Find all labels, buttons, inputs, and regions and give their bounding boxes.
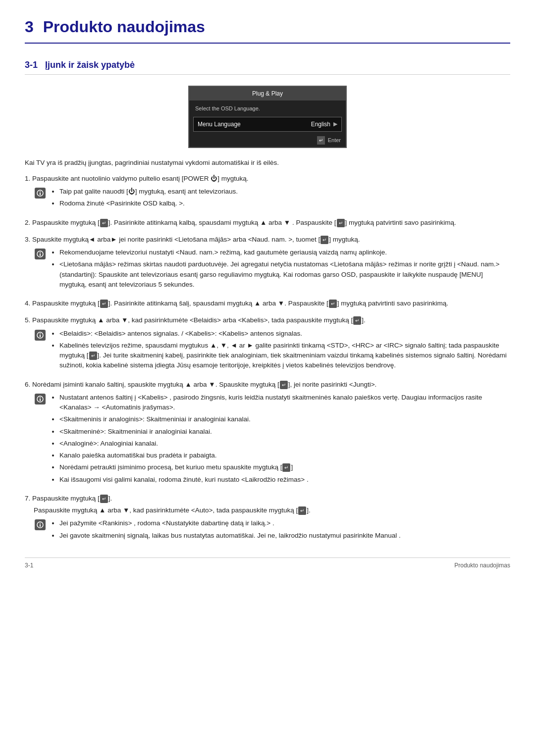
- step-3: 3. Spauskite mygtuką◄ arba► jei norite p…: [25, 235, 510, 292]
- osd-menu-value: English: [311, 120, 330, 129]
- intro-text: Kai TV yra iš pradžių įjungtas, pagrindi…: [25, 158, 510, 168]
- svg-point-10: [40, 397, 41, 398]
- note-icon-3: [35, 249, 46, 259]
- svg-rect-8: [40, 335, 41, 337]
- page-footer: 3-1 Produkto naudojimas: [25, 557, 510, 570]
- step-4: 4. Paspauskite mygtuką [↵]. Pasirinkite …: [25, 299, 510, 308]
- note-block-6: Nustatant antenos šaltinį į <Kabelis> , …: [35, 393, 510, 487]
- page-number: 3-1: [25, 561, 33, 570]
- note-block-3: Rekomenduojame televizoriui nustatyti <N…: [35, 248, 510, 292]
- section-title: 3-1 Įjunk ir žaisk ypatybė: [25, 58, 510, 75]
- note-icon-5: [35, 330, 46, 341]
- enter-icon-5: ↵: [329, 300, 337, 308]
- svg-point-7: [40, 333, 41, 334]
- osd-subtitle: Select the OSD Language.: [189, 101, 346, 115]
- step-6: 6. Norėdami įsiminti kanalo šaltinį, spa…: [25, 380, 510, 487]
- osd-menu-row: Menu Language English ▶: [193, 117, 342, 132]
- osd-footer: ↵ Enter: [189, 134, 346, 147]
- svg-rect-2: [40, 193, 41, 195]
- step-2: 2. Paspauskite mygtuką [↵]. Pasirinkite …: [25, 218, 510, 228]
- note-icon-6: [35, 394, 46, 404]
- enter-icon-11: ↵: [298, 506, 306, 515]
- enter-icon-8: ↵: [280, 381, 288, 389]
- osd-enter-icon: ↵: [317, 136, 325, 145]
- osd-dialog: Plug & Play Select the OSD Language. Men…: [188, 86, 347, 148]
- svg-point-4: [40, 252, 41, 253]
- enter-icon-4: ↵: [100, 300, 108, 308]
- note-block-1: Taip pat galite nauodti [⏻] mygtuką, esa…: [35, 187, 510, 211]
- osd-arrow-icon: ▶: [333, 120, 337, 128]
- enter-icon: ↵: [100, 219, 108, 227]
- step-1: 1. Paspauskite ant nuotolinio valdymo pu…: [25, 174, 510, 211]
- osd-title: Plug & Play: [189, 87, 346, 101]
- enter-icon-2: ↵: [337, 219, 345, 227]
- svg-rect-14: [40, 524, 41, 527]
- enter-icon-10: ↵: [100, 495, 108, 503]
- svg-point-1: [40, 191, 41, 192]
- note-icon-7: [35, 519, 46, 530]
- note-icon-1: [35, 188, 46, 199]
- enter-icon-7: ↵: [89, 352, 97, 360]
- step-5: 5. Paspauskite mygtuką ▲ arba ▼, kad pas…: [25, 315, 510, 372]
- step-7: 7. Paspauskite mygtuką [↵]. Paspauskite …: [25, 494, 510, 543]
- note-block-7: Jei pažymite <Rankinis> , rodoma <Nustat…: [35, 518, 510, 543]
- osd-menu-label: Menu Language: [198, 120, 311, 129]
- svg-rect-5: [40, 253, 41, 256]
- enter-icon-3: ↵: [321, 236, 328, 244]
- svg-rect-11: [40, 399, 41, 401]
- svg-point-13: [40, 523, 41, 524]
- note-block-5: <Belaidis>: <Belaidis> antenos signalas.…: [35, 329, 510, 373]
- footer-section: Produkto naudojimas: [454, 561, 510, 570]
- enter-icon-6: ↵: [353, 316, 361, 325]
- enter-icon-9: ↵: [282, 463, 290, 472]
- chapter-title: 3 Produkto naudojimas: [25, 15, 510, 44]
